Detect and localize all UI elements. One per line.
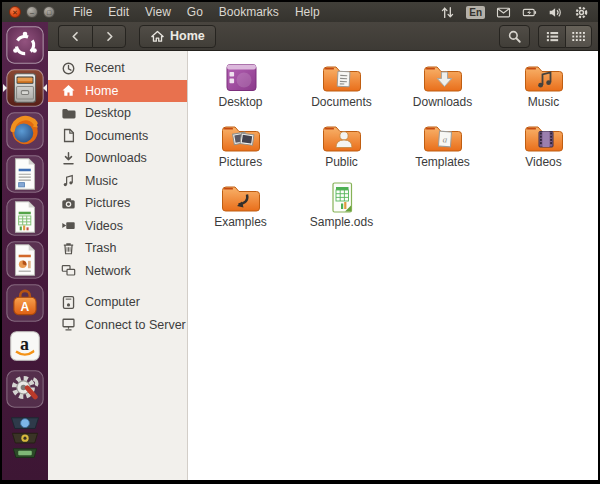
launcher-firefox[interactable] (5, 111, 45, 151)
sidebar-item-label: Network (85, 264, 131, 278)
sidebar-item-videos[interactable]: Videos (48, 215, 187, 238)
sidebar-places-group: RecentHomeDesktopDocumentsDownloadsMusic… (48, 57, 187, 282)
file-item-templates[interactable]: aTemplates (392, 121, 493, 181)
network-sync-indicator-icon[interactable] (440, 5, 455, 20)
menu-edit[interactable]: Edit (100, 5, 137, 19)
launcher-system-settings-icon (6, 370, 44, 408)
camera-icon (61, 196, 76, 211)
launcher-ubuntu-software-center[interactable]: A (5, 283, 45, 323)
sidebar-item-label: Computer (85, 295, 140, 309)
search-button[interactable] (499, 25, 530, 48)
file-item-label: Sample.ods (310, 216, 373, 229)
file-item-sample-ods[interactable]: Sample.ods (291, 181, 392, 241)
sidebar-item-recent[interactable]: Recent (48, 57, 187, 80)
menu-go[interactable]: Go (179, 5, 211, 19)
sidebar-item-documents[interactable]: Documents (48, 125, 187, 148)
file-grid: DesktopDocumentsDownloadsMusicPicturesPu… (188, 51, 598, 480)
nav-button-group (58, 25, 126, 48)
file-item-label: Public (325, 156, 358, 169)
file-item-public[interactable]: Public (291, 121, 392, 181)
launcher-folded-items[interactable] (5, 412, 45, 472)
messages-indicator-icon[interactable] (496, 5, 511, 20)
file-item-label: Music (528, 96, 559, 109)
sidebar-item-computer[interactable]: Computer (48, 291, 187, 314)
keyboard-layout-label: En (466, 6, 485, 19)
folder-music-icon (522, 61, 566, 95)
recent-icon (61, 61, 76, 76)
sidebar-item-label: Connect to Server (85, 318, 186, 332)
file-item-examples[interactable]: Examples (190, 181, 291, 241)
sidebar-item-network[interactable]: Network (48, 260, 187, 283)
back-button[interactable] (58, 25, 92, 48)
sidebar-item-connect-to-server[interactable]: Connect to Server (48, 314, 187, 337)
sidebar-item-music[interactable]: Music (48, 170, 187, 193)
folder-videos-icon (522, 121, 566, 155)
session-menu-gear-icon[interactable] (574, 5, 589, 20)
sidebar-item-label: Documents (85, 129, 148, 143)
sidebar-item-trash[interactable]: Trash (48, 237, 187, 260)
global-menu: FileEditViewGoBookmarksHelp (65, 5, 328, 19)
home-icon (61, 83, 76, 98)
sidebar-item-desktop[interactable]: Desktop (48, 102, 187, 125)
menu-view[interactable]: View (137, 5, 179, 19)
launcher-files-icon (6, 69, 44, 107)
list-view-icon (545, 29, 560, 44)
sidebar-item-pictures[interactable]: Pictures (48, 192, 187, 215)
toolbar-right-group (499, 25, 592, 48)
window-controls: ✕–□ (9, 6, 55, 18)
list-view-button[interactable] (538, 25, 565, 48)
desktop: ✕–□ FileEditViewGoBookmarksHelp En Aa Ho… (2, 2, 598, 480)
menu-help[interactable]: Help (287, 5, 328, 19)
folder-pictures-icon (219, 121, 263, 155)
launcher-firefox-icon (6, 112, 44, 150)
launcher-files[interactable] (5, 68, 45, 108)
volume-indicator-icon[interactable] (548, 5, 563, 20)
keyboard-layout-indicator[interactable]: En (466, 6, 485, 19)
file-item-pictures[interactable]: Pictures (190, 121, 291, 181)
launcher-libreoffice-writer[interactable] (5, 154, 45, 194)
file-item-documents[interactable]: Documents (291, 61, 392, 121)
chevron-right-icon (102, 29, 117, 44)
minimize-button[interactable]: – (26, 6, 38, 18)
sidebar-devices-group: ComputerConnect to Server (48, 291, 187, 336)
file-item-videos[interactable]: Videos (493, 121, 594, 181)
folder-public-icon (320, 121, 364, 155)
sidebar-item-downloads[interactable]: Downloads (48, 147, 187, 170)
menu-bookmarks[interactable]: Bookmarks (211, 5, 287, 19)
sidebar-item-label: Trash (85, 241, 117, 255)
svg-text:A: A (21, 300, 30, 314)
location-breadcrumb-home[interactable]: Home (139, 25, 216, 48)
sidebar-item-label: Downloads (85, 151, 147, 165)
calc-file-icon (320, 181, 364, 215)
launcher-libreoffice-impress-icon (6, 241, 44, 279)
sidebar-item-home[interactable]: Home (48, 80, 187, 103)
file-item-desktop[interactable]: Desktop (190, 61, 291, 121)
sidebar-item-label: Music (85, 174, 118, 188)
grid-view-icon (571, 29, 586, 44)
launcher-libreoffice-calc[interactable] (5, 197, 45, 237)
maximize-button[interactable]: □ (43, 6, 55, 18)
window-body: RecentHomeDesktopDocumentsDownloadsMusic… (48, 51, 598, 480)
launcher-libreoffice-impress[interactable] (5, 240, 45, 280)
launcher-dash-home[interactable] (5, 25, 45, 65)
file-item-label: Templates (415, 156, 470, 169)
focused-indicator-arrow (43, 84, 47, 92)
sidebar-item-label: Pictures (85, 196, 130, 210)
search-icon (507, 29, 522, 44)
folder-examples-icon (219, 181, 263, 215)
close-button[interactable]: ✕ (9, 6, 21, 18)
menu-file[interactable]: File (65, 5, 100, 19)
file-item-label: Documents (311, 96, 372, 109)
document-icon (61, 128, 76, 143)
launcher-system-settings[interactable] (5, 369, 45, 409)
battery-indicator-icon[interactable] (522, 5, 537, 20)
view-toggle-group (538, 25, 592, 48)
running-indicator-arrow (3, 84, 7, 92)
file-item-downloads[interactable]: Downloads (392, 61, 493, 121)
forward-button[interactable] (92, 25, 126, 48)
launcher-amazon[interactable]: a (5, 326, 45, 366)
file-item-music[interactable]: Music (493, 61, 594, 121)
places-sidebar: RecentHomeDesktopDocumentsDownloadsMusic… (48, 51, 188, 480)
grid-view-button[interactable] (565, 25, 592, 48)
server-icon (61, 317, 76, 332)
